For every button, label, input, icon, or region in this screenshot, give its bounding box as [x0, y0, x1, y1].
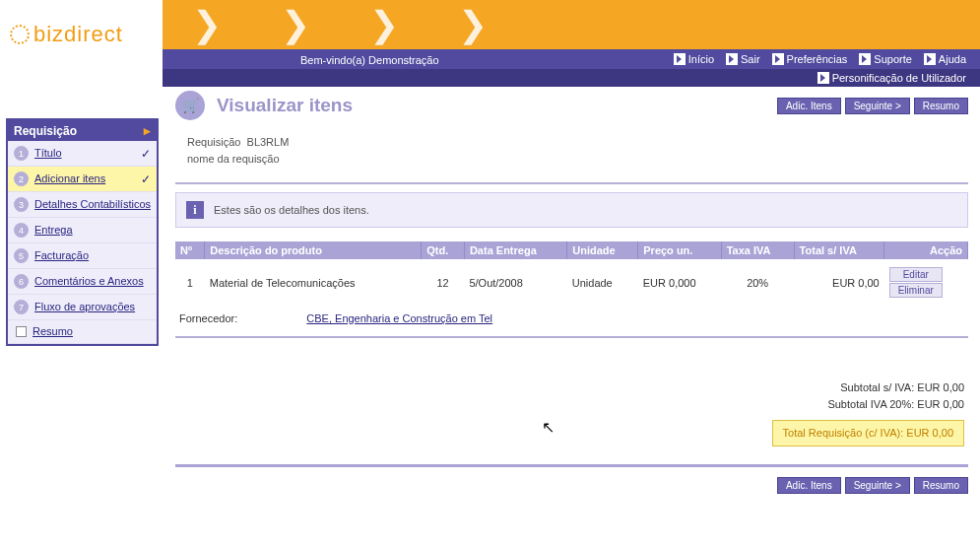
- step-link[interactable]: Resumo: [33, 325, 73, 338]
- req-name: nome da requisção: [187, 153, 280, 165]
- items-table: Nº Descrição do produto Qtd. Data Entreg…: [175, 241, 968, 307]
- nav-inicio[interactable]: Início: [668, 53, 720, 65]
- col-qtd: Qtd.: [422, 241, 465, 259]
- divider: [175, 182, 968, 184]
- nav-ajuda[interactable]: Ajuda: [918, 53, 972, 65]
- requisition-info: Requisição BL3RLM nome da requisção: [175, 130, 968, 180]
- supplier-row: Fornecedor: CBE, Engenharia e Construção…: [175, 307, 968, 334]
- step-number: 3: [14, 197, 29, 212]
- step-entrega[interactable]: 4 Entrega: [8, 218, 157, 243]
- table-header-row: Nº Descrição do produto Qtd. Data Entreg…: [175, 241, 968, 259]
- cell-desc: Material de Telecomunicações: [205, 259, 422, 307]
- step-titulo[interactable]: 1 Título ✓: [8, 141, 157, 167]
- logo-icon: [10, 25, 30, 44]
- totals-block: Subtotal s/ IVA: EUR 0,00 Subtotal IVA 2…: [175, 340, 968, 454]
- step-link[interactable]: Facturação: [34, 249, 89, 262]
- cell-unidade: Unidade: [567, 259, 638, 307]
- chevron-icon: ❯: [192, 4, 222, 45]
- nav-suporte[interactable]: Suporte: [853, 53, 918, 65]
- resumo-button[interactable]: Resumo: [914, 477, 968, 494]
- arrow-icon: [924, 53, 936, 65]
- step-link[interactable]: Entrega: [34, 224, 73, 237]
- bottom-button-row: Adic. Itens Seguinte > Resumo: [175, 467, 968, 494]
- nav-personificacao[interactable]: Personificação de Utilizador: [812, 72, 972, 84]
- step-number: 6: [14, 274, 29, 289]
- adic-itens-button[interactable]: Adic. Itens: [777, 477, 841, 494]
- nav-sair[interactable]: Sair: [720, 53, 766, 65]
- arrow-icon: [726, 53, 738, 65]
- cell-data: 5/Out/2008: [464, 259, 566, 307]
- logo-area: bizdirect: [0, 0, 163, 69]
- subtotal-line: Subtotal s/ IVA: EUR 0,00: [179, 379, 964, 396]
- chevron-icon: ❯: [369, 4, 399, 45]
- total-box: Total Requisição (c/ IVA): EUR 0,00: [772, 420, 964, 447]
- nav-preferencias[interactable]: Preferências: [766, 53, 854, 65]
- cell-qtd: 12: [422, 259, 465, 307]
- col-no: Nº: [175, 241, 205, 259]
- arrow-icon: [674, 53, 686, 65]
- step-number: 7: [14, 300, 29, 314]
- step-link[interactable]: Detalhes Contabilísticos: [34, 198, 151, 211]
- col-unidade: Unidade: [567, 241, 638, 259]
- step-detalhes[interactable]: 3 Detalhes Contabilísticos: [8, 192, 157, 218]
- divider: [175, 336, 968, 338]
- info-message: Estes são os detalhes dos itens.: [214, 204, 369, 216]
- page-title: Visualizar itens: [217, 95, 353, 116]
- sidebar-title: Requisição ▸: [8, 120, 157, 141]
- step-number: 1: [14, 146, 29, 161]
- brand-text: bizdirect: [33, 22, 123, 47]
- cell-actions: Editar Eliminar: [884, 259, 968, 307]
- eliminar-button[interactable]: Eliminar: [889, 283, 943, 298]
- title-row: 🛒 Visualizar itens Adic. Itens Seguinte …: [175, 91, 968, 120]
- editar-button[interactable]: Editar: [889, 267, 943, 282]
- adic-itens-button[interactable]: Adic. Itens: [777, 98, 841, 114]
- step-link[interactable]: Fluxo de aprovações: [34, 301, 135, 313]
- step-link[interactable]: Adicionar itens: [34, 172, 105, 185]
- cell-no: 1: [175, 259, 205, 307]
- checkbox-icon: [16, 326, 27, 337]
- brand-logo[interactable]: bizdirect: [10, 22, 123, 47]
- check-icon: ✓: [141, 147, 151, 161]
- step-number: 4: [14, 223, 29, 238]
- step-link[interactable]: Comentários e Anexos: [34, 275, 144, 288]
- step-number: 5: [14, 248, 29, 263]
- arrow-icon: [817, 72, 829, 84]
- cart-icon: 🛒: [175, 91, 205, 120]
- step-comentarios[interactable]: 6 Comentários e Anexos: [8, 269, 157, 295]
- col-desc: Descrição do produto: [205, 241, 422, 259]
- supplier-link[interactable]: CBE, Engenharia e Construção em Tel: [306, 312, 492, 324]
- cell-taxa: 20%: [721, 259, 794, 307]
- seguinte-button[interactable]: Seguinte >: [845, 477, 910, 494]
- step-facturacao[interactable]: 5 Facturação: [8, 243, 157, 269]
- top-nav: Início Sair Preferências Suporte Ajuda: [163, 49, 980, 69]
- step-aprovacoes[interactable]: 7 Fluxo de aprovações: [8, 295, 157, 320]
- cell-total: EUR 0,00: [794, 259, 884, 307]
- check-icon: ✓: [141, 172, 151, 186]
- seguinte-button[interactable]: Seguinte >: [845, 98, 910, 114]
- table-row: 1 Material de Telecomunicações 12 5/Out/…: [175, 259, 968, 307]
- header: bizdirect ❯ ❯ ❯ ❯ Bem-vindo(a) Demonstra…: [0, 0, 980, 69]
- arrow-icon: [859, 53, 871, 65]
- step-resumo[interactable]: Resumo: [8, 320, 157, 344]
- chevron-icon: ❯: [458, 4, 488, 45]
- info-icon: i: [186, 201, 204, 219]
- req-id: BL3RLM: [247, 136, 290, 148]
- resumo-button[interactable]: Resumo: [914, 98, 968, 114]
- header-banner: ❯ ❯ ❯ ❯ Bem-vindo(a) Demonstração Início…: [163, 0, 980, 69]
- chevron-icon: ❯: [281, 4, 310, 45]
- arrow-right-icon: ▸: [144, 123, 151, 138]
- supplier-label: Fornecedor:: [179, 312, 237, 324]
- col-total: Total s/ IVA: [794, 241, 884, 259]
- chevron-strip: ❯ ❯ ❯ ❯: [163, 0, 980, 49]
- col-taxa: Taxa IVA: [721, 241, 794, 259]
- col-data: Data Entrega: [464, 241, 566, 259]
- main-content: 🛒 Visualizar itens Adic. Itens Seguinte …: [175, 91, 968, 494]
- step-adicionar-itens[interactable]: 2 Adicionar itens ✓: [8, 167, 157, 192]
- top-button-row: Adic. Itens Seguinte > Resumo: [777, 98, 968, 114]
- wizard-sidebar: Requisição ▸ 1 Título ✓ 2 Adicionar iten…: [6, 118, 159, 346]
- top-nav-2: Personificação de Utilizador: [163, 69, 980, 87]
- step-link[interactable]: Título: [34, 147, 62, 160]
- step-number: 2: [14, 172, 29, 186]
- col-preco: Preço un.: [638, 241, 721, 259]
- col-accao: Acção: [884, 241, 968, 259]
